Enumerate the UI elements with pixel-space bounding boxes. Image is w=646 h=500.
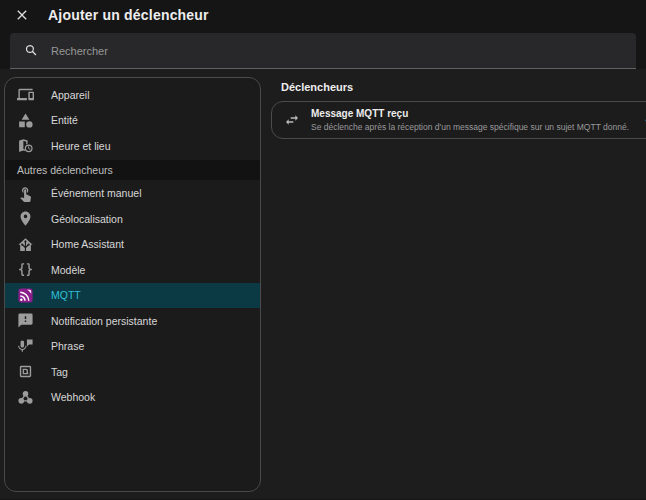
triggers-panel: Déclencheurs Message MQTT reçu Se déclen… bbox=[261, 77, 646, 139]
sidebar-item-notification-persistante[interactable]: Notification persistante bbox=[5, 308, 260, 334]
dialog-body: Appareil Entité Heure et lieu Autres déc… bbox=[0, 69, 646, 499]
mqtt-icon bbox=[17, 287, 34, 304]
code-braces-icon bbox=[17, 261, 34, 278]
sidebar-item-label: Tag bbox=[51, 366, 68, 378]
sidebar-item-modele[interactable]: Modèle bbox=[5, 257, 260, 283]
home-assistant-icon bbox=[17, 236, 34, 253]
sidebar-section-header: Autres déclencheurs bbox=[5, 160, 260, 180]
sidebar-item-appareil[interactable]: Appareil bbox=[5, 82, 260, 108]
gesture-tap-icon bbox=[17, 185, 34, 202]
sidebar-item-label: Phrase bbox=[51, 340, 84, 352]
dialog-header: Ajouter un déclencheur bbox=[0, 0, 646, 30]
shapes-icon bbox=[17, 112, 34, 129]
triggers-heading: Déclencheurs bbox=[281, 81, 646, 93]
close-button[interactable] bbox=[14, 7, 30, 23]
microphone-message-icon bbox=[17, 338, 34, 355]
close-icon bbox=[14, 7, 30, 23]
search-icon bbox=[24, 43, 39, 58]
sidebar-item-label: Modèle bbox=[51, 264, 85, 276]
sidebar-item-label: Entité bbox=[51, 114, 78, 126]
search-input[interactable] bbox=[51, 45, 622, 57]
swap-horizontal-icon bbox=[284, 112, 300, 128]
sidebar-item-webhook[interactable]: Webhook bbox=[5, 385, 260, 411]
trigger-card-text: Message MQTT reçu Se déclenche après la … bbox=[311, 108, 629, 132]
map-clock-icon bbox=[17, 137, 34, 154]
sidebar-item-label: Appareil bbox=[51, 89, 90, 101]
trigger-card-description: Se déclenche après la réception d'un mes… bbox=[311, 122, 629, 132]
sidebar-item-entite[interactable]: Entité bbox=[5, 108, 260, 134]
trigger-card-title: Message MQTT reçu bbox=[311, 108, 629, 119]
sidebar-item-label: MQTT bbox=[51, 289, 81, 301]
sidebar-item-geolocalisation[interactable]: Géolocalisation bbox=[5, 206, 260, 232]
plus-icon bbox=[642, 112, 646, 129]
message-alert-icon bbox=[17, 312, 34, 329]
sidebar-item-label: Home Assistant bbox=[51, 238, 124, 250]
sidebar-item-evenement-manuel[interactable]: Événement manuel bbox=[5, 181, 260, 207]
sidebar-item-heure-et-lieu[interactable]: Heure et lieu bbox=[5, 133, 260, 159]
trigger-category-sidebar: Appareil Entité Heure et lieu Autres déc… bbox=[4, 77, 261, 492]
sidebar-item-label: Événement manuel bbox=[51, 187, 141, 199]
dialog-title: Ajouter un déclencheur bbox=[48, 7, 209, 23]
sidebar-item-label: Webhook bbox=[51, 391, 95, 403]
sidebar-item-label: Géolocalisation bbox=[51, 213, 123, 225]
sidebar-item-home-assistant[interactable]: Home Assistant bbox=[5, 232, 260, 258]
sidebar-item-label: Notification persistante bbox=[51, 315, 157, 327]
add-trigger-button[interactable] bbox=[640, 112, 646, 129]
sidebar-item-label: Heure et lieu bbox=[51, 140, 111, 152]
map-marker-icon bbox=[17, 210, 34, 227]
webhook-icon bbox=[17, 389, 34, 406]
nfc-tag-icon bbox=[17, 363, 34, 380]
sidebar-item-tag[interactable]: Tag bbox=[5, 359, 260, 385]
search-bar bbox=[0, 30, 646, 69]
trigger-card-message-mqtt[interactable]: Message MQTT reçu Se déclenche après la … bbox=[271, 101, 646, 139]
devices-icon bbox=[17, 86, 34, 103]
sidebar-item-phrase[interactable]: Phrase bbox=[5, 334, 260, 360]
sidebar-item-mqtt[interactable]: MQTT bbox=[5, 283, 260, 309]
search-field[interactable] bbox=[10, 33, 636, 69]
